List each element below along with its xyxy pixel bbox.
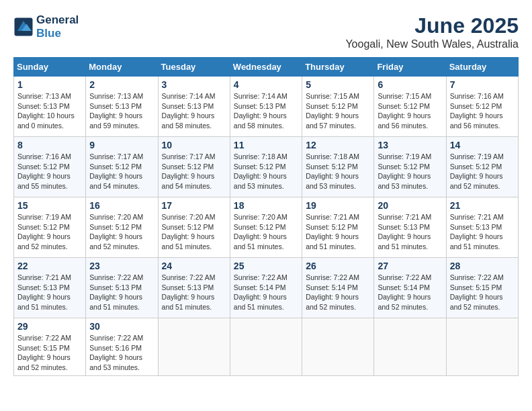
day-number: 15 xyxy=(17,200,82,211)
table-row: 23 Sunrise: 7:22 AMSunset: 5:13 PMDaylig… xyxy=(86,258,158,318)
location-title: Yoogali, New South Wales, Australia xyxy=(345,38,519,50)
day-detail: Sunrise: 7:21 AMSunset: 5:13 PMDaylight:… xyxy=(450,213,504,250)
month-title: June 2025 xyxy=(345,13,519,38)
day-number: 27 xyxy=(378,261,442,271)
table-row: 22 Sunrise: 7:21 AMSunset: 5:13 PMDaylig… xyxy=(14,258,86,318)
table-row: 3 Sunrise: 7:14 AMSunset: 5:13 PMDayligh… xyxy=(158,77,230,137)
table-row: 10 Sunrise: 7:17 AMSunset: 5:12 PMDaylig… xyxy=(158,137,230,197)
day-number: 30 xyxy=(89,321,154,332)
table-row: 20 Sunrise: 7:21 AMSunset: 5:13 PMDaylig… xyxy=(374,197,446,258)
day-detail: Sunrise: 7:14 AMSunset: 5:13 PMDaylight:… xyxy=(162,92,216,130)
table-row: 26 Sunrise: 7:22 AMSunset: 5:14 PMDaylig… xyxy=(302,258,374,318)
table-row: 29 Sunrise: 7:22 AMSunset: 5:15 PMDaylig… xyxy=(14,318,86,376)
col-wednesday: Wednesday xyxy=(230,58,302,77)
table-row: 19 Sunrise: 7:21 AMSunset: 5:12 PMDaylig… xyxy=(302,197,374,258)
day-number: 19 xyxy=(306,200,370,211)
table-row: 8 Sunrise: 7:16 AMSunset: 5:12 PMDayligh… xyxy=(14,137,86,197)
day-number: 3 xyxy=(162,79,226,90)
day-detail: Sunrise: 7:19 AMSunset: 5:12 PMDaylight:… xyxy=(378,152,431,190)
col-thursday: Thursday xyxy=(302,58,374,77)
col-monday: Monday xyxy=(86,58,158,77)
day-number: 24 xyxy=(162,261,226,271)
day-number: 12 xyxy=(306,140,370,150)
day-detail: Sunrise: 7:22 AMSunset: 5:14 PMDaylight:… xyxy=(306,273,359,311)
day-number: 21 xyxy=(450,200,515,211)
day-number: 17 xyxy=(162,200,226,211)
day-detail: Sunrise: 7:22 AMSunset: 5:15 PMDaylight:… xyxy=(450,273,504,311)
table-row: 28 Sunrise: 7:22 AMSunset: 5:15 PMDaylig… xyxy=(446,258,518,318)
day-detail: Sunrise: 7:19 AMSunset: 5:12 PMDaylight:… xyxy=(17,213,71,250)
table-row: 18 Sunrise: 7:20 AMSunset: 5:12 PMDaylig… xyxy=(230,197,302,258)
day-detail: Sunrise: 7:19 AMSunset: 5:12 PMDaylight:… xyxy=(450,152,504,190)
day-detail: Sunrise: 7:21 AMSunset: 5:13 PMDaylight:… xyxy=(17,273,71,311)
day-detail: Sunrise: 7:13 AMSunset: 5:13 PMDaylight:… xyxy=(17,92,75,130)
day-number: 25 xyxy=(234,261,298,271)
day-number: 2 xyxy=(89,79,154,90)
day-number: 1 xyxy=(17,79,82,90)
day-detail: Sunrise: 7:18 AMSunset: 5:12 PMDaylight:… xyxy=(306,152,359,190)
day-number: 4 xyxy=(234,79,298,90)
day-detail: Sunrise: 7:17 AMSunset: 5:12 PMDaylight:… xyxy=(162,152,216,190)
table-row: 2 Sunrise: 7:13 AMSunset: 5:13 PMDayligh… xyxy=(86,77,158,137)
table-row xyxy=(302,318,374,376)
day-detail: Sunrise: 7:17 AMSunset: 5:12 PMDaylight:… xyxy=(89,152,143,190)
day-number: 20 xyxy=(378,200,442,211)
day-detail: Sunrise: 7:22 AMSunset: 5:13 PMDaylight:… xyxy=(162,273,216,311)
table-row: 17 Sunrise: 7:20 AMSunset: 5:12 PMDaylig… xyxy=(158,197,230,258)
table-row: 21 Sunrise: 7:21 AMSunset: 5:13 PMDaylig… xyxy=(446,197,518,258)
table-row: 30 Sunrise: 7:22 AMSunset: 5:16 PMDaylig… xyxy=(86,318,158,376)
day-detail: Sunrise: 7:22 AMSunset: 5:14 PMDaylight:… xyxy=(234,273,287,311)
day-detail: Sunrise: 7:20 AMSunset: 5:12 PMDaylight:… xyxy=(234,213,287,250)
day-number: 26 xyxy=(306,261,370,271)
table-row: 6 Sunrise: 7:15 AMSunset: 5:12 PMDayligh… xyxy=(374,77,446,137)
day-detail: Sunrise: 7:15 AMSunset: 5:12 PMDaylight:… xyxy=(378,92,431,130)
table-row: 14 Sunrise: 7:19 AMSunset: 5:12 PMDaylig… xyxy=(446,137,518,197)
day-number: 29 xyxy=(17,321,82,332)
day-detail: Sunrise: 7:22 AMSunset: 5:14 PMDaylight:… xyxy=(378,273,431,311)
logo: General Blue xyxy=(13,13,79,40)
table-row: 4 Sunrise: 7:14 AMSunset: 5:13 PMDayligh… xyxy=(230,77,302,137)
day-detail: Sunrise: 7:13 AMSunset: 5:13 PMDaylight:… xyxy=(89,92,143,130)
table-row: 25 Sunrise: 7:22 AMSunset: 5:14 PMDaylig… xyxy=(230,258,302,318)
day-number: 22 xyxy=(17,261,82,271)
day-number: 7 xyxy=(450,79,515,90)
table-row: 16 Sunrise: 7:20 AMSunset: 5:12 PMDaylig… xyxy=(86,197,158,258)
table-row: 15 Sunrise: 7:19 AMSunset: 5:12 PMDaylig… xyxy=(14,197,86,258)
day-detail: Sunrise: 7:15 AMSunset: 5:12 PMDaylight:… xyxy=(306,92,359,130)
table-row: 1 Sunrise: 7:13 AMSunset: 5:13 PMDayligh… xyxy=(14,77,86,137)
day-detail: Sunrise: 7:16 AMSunset: 5:12 PMDaylight:… xyxy=(450,92,504,130)
day-number: 8 xyxy=(17,140,82,150)
col-saturday: Saturday xyxy=(446,58,518,77)
day-number: 11 xyxy=(234,140,298,150)
day-detail: Sunrise: 7:18 AMSunset: 5:12 PMDaylight:… xyxy=(234,152,287,190)
day-number: 23 xyxy=(89,261,154,271)
logo-icon xyxy=(13,17,34,37)
col-friday: Friday xyxy=(374,58,446,77)
day-number: 13 xyxy=(378,140,442,150)
calendar-table: Sunday Monday Tuesday Wednesday Thursday… xyxy=(13,57,519,376)
table-row: 13 Sunrise: 7:19 AMSunset: 5:12 PMDaylig… xyxy=(374,137,446,197)
day-number: 5 xyxy=(306,79,370,90)
day-detail: Sunrise: 7:20 AMSunset: 5:12 PMDaylight:… xyxy=(89,213,143,250)
table-row: 11 Sunrise: 7:18 AMSunset: 5:12 PMDaylig… xyxy=(230,137,302,197)
table-row: 12 Sunrise: 7:18 AMSunset: 5:12 PMDaylig… xyxy=(302,137,374,197)
title-section: June 2025 Yoogali, New South Wales, Aust… xyxy=(345,13,519,50)
calendar-header-row: Sunday Monday Tuesday Wednesday Thursday… xyxy=(14,58,519,77)
table-row: 7 Sunrise: 7:16 AMSunset: 5:12 PMDayligh… xyxy=(446,77,518,137)
day-number: 9 xyxy=(89,140,154,150)
col-tuesday: Tuesday xyxy=(158,58,230,77)
day-number: 10 xyxy=(162,140,226,150)
day-detail: Sunrise: 7:21 AMSunset: 5:12 PMDaylight:… xyxy=(306,213,359,250)
day-detail: Sunrise: 7:22 AMSunset: 5:13 PMDaylight:… xyxy=(89,273,143,311)
day-detail: Sunrise: 7:22 AMSunset: 5:15 PMDaylight:… xyxy=(17,334,71,371)
day-detail: Sunrise: 7:21 AMSunset: 5:13 PMDaylight:… xyxy=(378,213,431,250)
table-row: 24 Sunrise: 7:22 AMSunset: 5:13 PMDaylig… xyxy=(158,258,230,318)
table-row xyxy=(374,318,446,376)
day-number: 28 xyxy=(450,261,515,271)
table-row xyxy=(158,318,230,376)
table-row xyxy=(446,318,518,376)
page-header: General Blue June 2025 Yoogali, New Sout… xyxy=(13,13,519,50)
logo-text: General Blue xyxy=(36,13,79,40)
day-number: 18 xyxy=(234,200,298,211)
col-sunday: Sunday xyxy=(14,58,86,77)
